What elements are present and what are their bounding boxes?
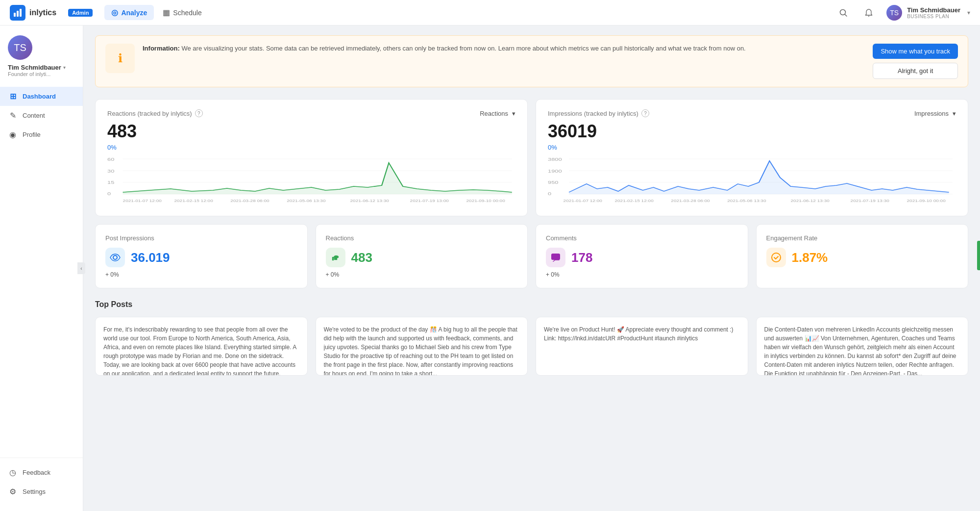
svg-marker-30 (569, 161, 949, 194)
impressions-chart-header: Impressions (tracked by inlytics) ? Impr… (548, 109, 956, 117)
feedback-icon: ◷ (8, 468, 18, 477)
svg-point-5 (868, 16, 869, 17)
stat-engagement-title: Engagement Rate (766, 234, 958, 242)
stat-post-impressions-value-row: 36.019 (105, 248, 297, 267)
post-card-4-text: Die Content-Daten von mehreren LinkedIn … (764, 325, 960, 376)
sidebar-item-profile[interactable]: ◉ Profile (0, 125, 83, 144)
stat-card-engagement: Engagement Rate 1.87% (756, 224, 969, 288)
svg-point-38 (113, 256, 117, 259)
stat-engagement-value: 1.87% (792, 250, 828, 265)
svg-text:3800: 3800 (548, 157, 562, 162)
sidebar-nav: ⊞ Dashboard ✎ Content ◉ Profile (0, 87, 83, 453)
analyze-icon: ◎ (111, 8, 118, 17)
stats-grid: Post Impressions 36.019 + 0% Reactions (95, 224, 968, 288)
post-card-2-text: We're voted to be the product of the day… (324, 325, 520, 376)
svg-text:2021-01-07 12:00: 2021-01-07 12:00 (123, 199, 162, 203)
svg-text:2021-06-12 13:30: 2021-06-12 13:30 (350, 199, 389, 203)
sidebar-user-chevron-icon: ▾ (63, 65, 66, 70)
sidebar-item-dashboard-label: Dashboard (23, 93, 56, 100)
svg-text:2021-02-15 12:00: 2021-02-15 12:00 (174, 199, 213, 203)
impressions-chart-card: Impressions (tracked by inlytics) ? Impr… (536, 99, 968, 216)
svg-rect-1 (17, 11, 19, 17)
impressions-value: 36019 (548, 121, 956, 142)
top-posts-title: Top Posts (95, 300, 968, 309)
impressions-chart-area: 3800 1900 950 0 2021-0 (548, 157, 956, 206)
dashboard-icon: ⊞ (8, 92, 18, 101)
logo-icon (10, 5, 25, 21)
post-card-2[interactable]: We're voted to be the product of the day… (316, 317, 528, 376)
post-card-3[interactable]: We're live on Product Hunt! 🚀 Appreciate… (536, 317, 748, 376)
stat-reactions-value: 483 (351, 250, 372, 265)
sidebar-bottom: ◷ Feedback ⚙ Settings (0, 458, 83, 501)
nav-analyze-label: Analyze (121, 9, 147, 17)
post-card-4[interactable]: Die Content-Daten von mehreren LinkedIn … (756, 317, 969, 376)
post-card-1[interactable]: For me, it's indescribably rewarding to … (95, 317, 308, 376)
svg-text:0: 0 (548, 191, 551, 196)
svg-text:2021-07-19 13:30: 2021-07-19 13:30 (851, 199, 890, 203)
nav-analyze[interactable]: ◎ Analyze (104, 5, 154, 20)
right-bar[interactable] (977, 241, 980, 270)
schedule-icon: ▦ (163, 8, 170, 17)
sidebar: TS Tim Schmidbauer ▾ Founder of inlyti..… (0, 26, 83, 511)
user-avatar: TS (886, 5, 902, 21)
settings-icon: ⚙ (8, 487, 18, 496)
reactions-chart-label: Reactions (tracked by inlytics) ? (107, 109, 203, 117)
user-menu[interactable]: TS Tim Schmidbauer BUSINESS PLAN ▾ (886, 5, 970, 21)
info-banner-icon-wrap: ℹ (105, 44, 135, 73)
post-impressions-icon (105, 248, 125, 267)
stat-card-reactions: Reactions 483 + 0% (316, 224, 528, 288)
svg-text:2021-01-07 12:00: 2021-01-07 12:00 (564, 199, 603, 203)
svg-rect-2 (20, 9, 22, 17)
admin-badge: Admin (68, 9, 93, 17)
impressions-help-icon[interactable]: ? (641, 109, 649, 117)
sidebar-item-content[interactable]: ✎ Content (0, 106, 83, 125)
profile-icon: ◉ (8, 130, 18, 139)
logo[interactable]: inlytics (10, 5, 56, 21)
got-it-button[interactable]: Alright, got it (873, 63, 958, 79)
svg-text:2021-07-19 13:00: 2021-07-19 13:00 (410, 199, 449, 203)
user-info: Tim Schmidbauer BUSINESS PLAN (907, 6, 960, 19)
user-plan: BUSINESS PLAN (907, 14, 960, 19)
reactions-filter-chevron-icon: ▾ (512, 110, 515, 117)
reactions-help-icon[interactable]: ? (195, 109, 203, 117)
svg-text:2021-05-06 13:30: 2021-05-06 13:30 (727, 199, 766, 203)
main-content: ℹ Information: We are visualizing your s… (83, 26, 980, 511)
svg-text:15: 15 (107, 180, 114, 185)
notifications-button[interactable] (861, 5, 877, 21)
show-track-button[interactable]: Show me what you track (873, 44, 958, 59)
svg-text:2021-09-10 00:00: 2021-09-10 00:00 (906, 199, 946, 203)
reactions-chart-area: 60 30 15 0 2021-01-07 (107, 157, 515, 206)
svg-line-4 (845, 14, 847, 16)
info-icon: ℹ (118, 51, 122, 65)
sidebar-item-settings[interactable]: ⚙ Settings (0, 482, 83, 501)
nav-schedule[interactable]: ▦ Schedule (156, 5, 208, 20)
impressions-change: 0% (548, 144, 956, 151)
posts-grid: For me, it's indescribably rewarding to … (95, 317, 968, 376)
content-icon: ✎ (8, 111, 18, 120)
svg-rect-0 (14, 13, 16, 17)
sidebar-user: TS Tim Schmidbauer ▾ Founder of inlyti..… (0, 35, 83, 87)
user-name: Tim Schmidbauer (907, 6, 960, 14)
reactions-chart-header: Reactions (tracked by inlytics) ? Reacti… (107, 109, 515, 117)
stat-comments-value: 178 (571, 250, 592, 265)
svg-text:60: 60 (107, 157, 114, 162)
sidebar-item-dashboard[interactable]: ⊞ Dashboard (0, 87, 83, 106)
svg-text:2021-09-10 00:00: 2021-09-10 00:00 (466, 199, 505, 203)
sidebar-item-profile-label: Profile (23, 131, 41, 138)
nav-right: TS Tim Schmidbauer BUSINESS PLAN ▾ (835, 5, 970, 21)
sidebar-user-title: Founder of inlyti... (8, 71, 50, 77)
sidebar-item-feedback[interactable]: ◷ Feedback (0, 463, 83, 482)
sidebar-collapse-button[interactable]: ‹ (77, 262, 85, 274)
sidebar-user-name: Tim Schmidbauer (8, 64, 61, 71)
search-button[interactable] (835, 5, 851, 21)
svg-point-3 (840, 9, 846, 15)
nav-items: ◎ Analyze ▦ Schedule (104, 5, 208, 20)
info-banner: ℹ Information: We are visualizing your s… (95, 35, 968, 87)
impressions-filter[interactable]: Impressions ▾ (914, 110, 956, 117)
stat-comments-change: + 0% (546, 271, 738, 278)
svg-rect-39 (551, 254, 560, 260)
reactions-filter[interactable]: Reactions ▾ (480, 110, 515, 117)
top-nav: inlytics Admin ◎ Analyze ▦ Schedule TS (0, 0, 980, 26)
svg-text:2021-02-15 12:00: 2021-02-15 12:00 (614, 199, 654, 203)
svg-point-40 (772, 253, 781, 262)
